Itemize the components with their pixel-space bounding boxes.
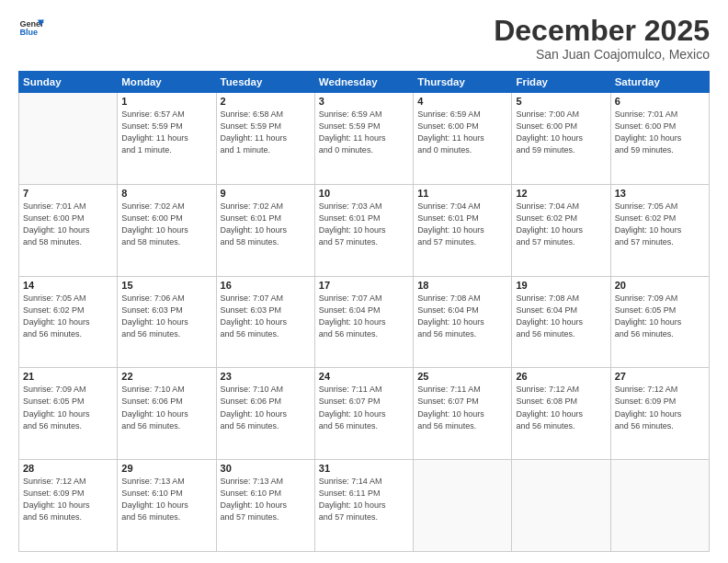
day-number: 3	[319, 96, 409, 107]
table-row	[610, 460, 709, 552]
location: San Juan Coajomulco, Mexico	[494, 47, 710, 62]
table-row: 5Sunrise: 7:00 AMSunset: 6:00 PMDaylight…	[512, 93, 610, 185]
table-row: 12Sunrise: 7:04 AMSunset: 6:02 PMDayligh…	[512, 184, 610, 276]
table-row: 9Sunrise: 7:02 AMSunset: 6:01 PMDaylight…	[216, 184, 314, 276]
day-number: 25	[417, 371, 507, 382]
table-row: 13Sunrise: 7:05 AMSunset: 6:02 PMDayligh…	[610, 184, 709, 276]
day-number: 24	[319, 371, 409, 382]
day-info: Sunrise: 7:01 AMSunset: 6:00 PMDaylight:…	[23, 201, 113, 248]
table-row: 11Sunrise: 7:04 AMSunset: 6:01 PMDayligh…	[414, 184, 512, 276]
header-row: Sunday Monday Tuesday Wednesday Thursday…	[19, 72, 710, 93]
day-number: 7	[23, 188, 113, 199]
day-number: 30	[221, 463, 311, 474]
table-row: 8Sunrise: 7:02 AMSunset: 6:00 PMDaylight…	[118, 184, 216, 276]
col-saturday: Saturday	[610, 72, 709, 93]
day-number: 14	[23, 280, 113, 291]
table-row: 26Sunrise: 7:12 AMSunset: 6:08 PMDayligh…	[512, 368, 610, 460]
table-row: 22Sunrise: 7:10 AMSunset: 6:06 PMDayligh…	[118, 368, 216, 460]
day-number: 10	[319, 188, 409, 199]
day-info: Sunrise: 7:12 AMSunset: 6:08 PMDaylight:…	[516, 384, 606, 431]
svg-text:Blue: Blue	[19, 28, 38, 37]
table-row	[19, 93, 118, 185]
day-info: Sunrise: 6:58 AMSunset: 5:59 PMDaylight:…	[221, 109, 311, 156]
table-row: 6Sunrise: 7:01 AMSunset: 6:00 PMDaylight…	[610, 93, 709, 185]
day-number: 16	[221, 280, 311, 291]
table-row: 1Sunrise: 6:57 AMSunset: 5:59 PMDaylight…	[118, 93, 216, 185]
table-row: 18Sunrise: 7:08 AMSunset: 6:04 PMDayligh…	[414, 276, 512, 368]
calendar-page: General Blue December 2025 San Juan Coaj…	[0, 0, 728, 563]
col-sunday: Sunday	[19, 72, 118, 93]
day-info: Sunrise: 7:03 AMSunset: 6:01 PMDaylight:…	[319, 201, 409, 248]
day-info: Sunrise: 7:10 AMSunset: 6:06 PMDaylight:…	[121, 384, 211, 431]
day-info: Sunrise: 7:14 AMSunset: 6:11 PMDaylight:…	[319, 476, 409, 523]
table-row: 30Sunrise: 7:13 AMSunset: 6:10 PMDayligh…	[216, 460, 314, 552]
day-number: 18	[417, 280, 507, 291]
day-number: 20	[615, 280, 705, 291]
table-row: 2Sunrise: 6:58 AMSunset: 5:59 PMDaylight…	[216, 93, 314, 185]
day-info: Sunrise: 7:11 AMSunset: 6:07 PMDaylight:…	[417, 384, 507, 431]
col-monday: Monday	[118, 72, 216, 93]
col-thursday: Thursday	[414, 72, 512, 93]
calendar-week-1: 1Sunrise: 6:57 AMSunset: 5:59 PMDaylight…	[19, 93, 710, 185]
table-row: 7Sunrise: 7:01 AMSunset: 6:00 PMDaylight…	[19, 184, 118, 276]
table-row: 21Sunrise: 7:09 AMSunset: 6:05 PMDayligh…	[19, 368, 118, 460]
day-info: Sunrise: 6:59 AMSunset: 5:59 PMDaylight:…	[319, 109, 409, 156]
day-info: Sunrise: 7:07 AMSunset: 6:03 PMDaylight:…	[221, 293, 311, 340]
day-info: Sunrise: 7:12 AMSunset: 6:09 PMDaylight:…	[615, 384, 705, 431]
table-row: 28Sunrise: 7:12 AMSunset: 6:09 PMDayligh…	[19, 460, 118, 552]
day-info: Sunrise: 7:13 AMSunset: 6:10 PMDaylight:…	[121, 476, 211, 523]
day-info: Sunrise: 7:00 AMSunset: 6:00 PMDaylight:…	[516, 109, 606, 156]
logo: General Blue	[18, 15, 44, 40]
day-info: Sunrise: 7:07 AMSunset: 6:04 PMDaylight:…	[319, 293, 409, 340]
day-number: 15	[121, 280, 211, 291]
logo-icon: General Blue	[18, 15, 44, 40]
day-info: Sunrise: 7:04 AMSunset: 6:01 PMDaylight:…	[417, 201, 507, 248]
day-number: 26	[516, 371, 606, 382]
table-row: 27Sunrise: 7:12 AMSunset: 6:09 PMDayligh…	[610, 368, 709, 460]
day-number: 2	[221, 96, 311, 107]
header: General Blue December 2025 San Juan Coaj…	[18, 15, 710, 62]
day-info: Sunrise: 7:02 AMSunset: 6:00 PMDaylight:…	[121, 201, 211, 248]
day-number: 22	[121, 371, 211, 382]
day-info: Sunrise: 7:11 AMSunset: 6:07 PMDaylight:…	[319, 384, 409, 431]
day-number: 8	[121, 188, 211, 199]
day-number: 23	[221, 371, 311, 382]
table-row: 10Sunrise: 7:03 AMSunset: 6:01 PMDayligh…	[314, 184, 413, 276]
day-info: Sunrise: 7:12 AMSunset: 6:09 PMDaylight:…	[23, 476, 113, 523]
day-number: 27	[615, 371, 705, 382]
table-row: 16Sunrise: 7:07 AMSunset: 6:03 PMDayligh…	[216, 276, 314, 368]
day-info: Sunrise: 7:10 AMSunset: 6:06 PMDaylight:…	[221, 384, 311, 431]
table-row: 23Sunrise: 7:10 AMSunset: 6:06 PMDayligh…	[216, 368, 314, 460]
day-number: 31	[319, 463, 409, 474]
table-row	[414, 460, 512, 552]
day-number: 13	[615, 188, 705, 199]
day-number: 1	[121, 96, 211, 107]
calendar-table: Sunday Monday Tuesday Wednesday Thursday…	[18, 71, 710, 552]
table-row: 4Sunrise: 6:59 AMSunset: 6:00 PMDaylight…	[414, 93, 512, 185]
table-row: 15Sunrise: 7:06 AMSunset: 6:03 PMDayligh…	[118, 276, 216, 368]
calendar-week-4: 21Sunrise: 7:09 AMSunset: 6:05 PMDayligh…	[19, 368, 710, 460]
day-info: Sunrise: 7:02 AMSunset: 6:01 PMDaylight:…	[221, 201, 311, 248]
day-info: Sunrise: 7:05 AMSunset: 6:02 PMDaylight:…	[23, 293, 113, 340]
table-row: 14Sunrise: 7:05 AMSunset: 6:02 PMDayligh…	[19, 276, 118, 368]
table-row: 20Sunrise: 7:09 AMSunset: 6:05 PMDayligh…	[610, 276, 709, 368]
table-row: 17Sunrise: 7:07 AMSunset: 6:04 PMDayligh…	[314, 276, 413, 368]
day-number: 17	[319, 280, 409, 291]
day-number: 21	[23, 371, 113, 382]
day-number: 19	[516, 280, 606, 291]
day-info: Sunrise: 7:13 AMSunset: 6:10 PMDaylight:…	[221, 476, 311, 523]
day-number: 5	[516, 96, 606, 107]
day-number: 6	[615, 96, 705, 107]
day-info: Sunrise: 7:08 AMSunset: 6:04 PMDaylight:…	[516, 293, 606, 340]
table-row	[512, 460, 610, 552]
calendar-week-5: 28Sunrise: 7:12 AMSunset: 6:09 PMDayligh…	[19, 460, 710, 552]
table-row: 25Sunrise: 7:11 AMSunset: 6:07 PMDayligh…	[414, 368, 512, 460]
day-info: Sunrise: 6:59 AMSunset: 6:00 PMDaylight:…	[417, 109, 507, 156]
day-info: Sunrise: 7:01 AMSunset: 6:00 PMDaylight:…	[615, 109, 705, 156]
month-title: December 2025	[494, 15, 710, 47]
table-row: 3Sunrise: 6:59 AMSunset: 5:59 PMDaylight…	[314, 93, 413, 185]
table-row: 19Sunrise: 7:08 AMSunset: 6:04 PMDayligh…	[512, 276, 610, 368]
day-number: 28	[23, 463, 113, 474]
day-number: 29	[121, 463, 211, 474]
day-number: 11	[417, 188, 507, 199]
